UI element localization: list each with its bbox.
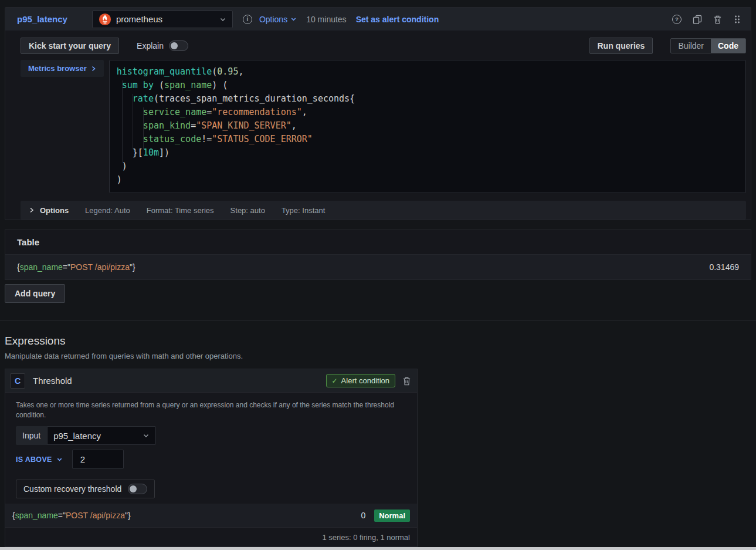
query-options-label: Options: [259, 15, 287, 24]
mode-builder-option[interactable]: Builder: [671, 39, 711, 53]
alert-condition-label: Alert condition: [341, 376, 389, 385]
chevron-down-icon: [56, 456, 63, 463]
chevron-down-icon: [290, 16, 297, 22]
datasource-name: prometheus: [116, 14, 162, 24]
datasource-picker[interactable]: prometheus: [92, 11, 233, 28]
metrics-browser-button[interactable]: Metrics browser: [21, 60, 104, 77]
alert-condition-badge[interactable]: ✓ Alert condition: [326, 374, 395, 387]
query-options-dropdown[interactable]: Options: [259, 15, 297, 24]
threshold-header: C Threshold ✓ Alert condition: [5, 369, 417, 393]
series-label: {span_name="POST /api/pizza"}: [12, 511, 131, 520]
set-alert-condition-link[interactable]: Set as alert condition: [356, 15, 439, 24]
next-section-edge: [0, 547, 756, 550]
editor-mode-switch: Builder Code: [670, 38, 746, 53]
input-label: Input: [16, 426, 47, 445]
threshold-description: Takes one or more time series returned f…: [16, 400, 403, 420]
prometheus-logo-icon: [99, 13, 111, 26]
chevron-right-icon: [91, 66, 96, 72]
copy-icon[interactable]: [693, 15, 702, 24]
series-label: {span_name="POST /api/pizza"}: [17, 262, 135, 272]
chevron-down-icon: [143, 432, 150, 439]
condition-label: IS ABOVE: [16, 455, 52, 464]
section-divider: [0, 320, 756, 320]
query-toolbar: Kick start your query Explain Run querie…: [21, 37, 746, 55]
explain-toggle[interactable]: [169, 41, 188, 51]
series-value: 0.31469: [709, 262, 739, 272]
query-name: p95_latency: [17, 14, 67, 24]
expressions-title: Expressions: [5, 335, 66, 347]
add-query-button[interactable]: Add query: [5, 284, 65, 303]
query-options-expander[interactable]: Options: [29, 206, 69, 215]
check-icon: ✓: [332, 377, 338, 385]
chevron-down-icon: [219, 16, 226, 23]
state-badge: Normal: [374, 509, 410, 522]
ref-id-badge: C: [10, 373, 25, 389]
threshold-result-row: {span_name="POST /api/pizza"} 0 Normal: [5, 504, 417, 527]
threshold-footer: 1 series: 0 firing, 1 normal: [5, 527, 417, 546]
mode-code-option[interactable]: Code: [711, 39, 745, 53]
query-body: Kick start your query Explain Run querie…: [5, 31, 751, 220]
option-legend: Legend: Auto: [85, 206, 130, 215]
options-label: Options: [40, 206, 69, 215]
promql-code-editor[interactable]: histogram_quantile(0.95, sum by (span_na…: [109, 60, 746, 193]
query-options-row: Options Legend: Auto Format: Time series…: [21, 201, 746, 220]
info-icon[interactable]: i: [243, 15, 252, 24]
table-row: {span_name="POST /api/pizza"} 0.31469: [5, 255, 751, 279]
input-query-select[interactable]: p95_latency: [47, 426, 156, 445]
recovery-toggle[interactable]: [128, 484, 147, 494]
chevron-right-icon: [29, 207, 34, 213]
option-step: Step: auto: [230, 206, 265, 215]
help-icon[interactable]: ?: [672, 15, 682, 24]
query-editor-panel: p95_latency prometheus i Options: [5, 7, 751, 220]
indent-guide: [133, 94, 133, 149]
kick-start-query-button[interactable]: Kick start your query: [21, 38, 119, 54]
preview-table-panel: Table {span_name="POST /api/pizza"} 0.31…: [5, 230, 751, 280]
recovery-label: Custom recovery threshold: [23, 484, 121, 494]
option-format: Format: Time series: [147, 206, 214, 215]
indent-guide: [122, 80, 123, 163]
trash-icon[interactable]: [713, 15, 722, 24]
query-header: p95_latency prometheus i Options: [5, 8, 751, 31]
table-title: Table: [5, 230, 751, 255]
option-type: Type: Instant: [282, 206, 325, 215]
trash-icon[interactable]: [402, 376, 411, 386]
threshold-body: Takes one or more time series returned f…: [5, 393, 417, 498]
expressions-subtitle: Manipulate data returned from queries wi…: [5, 352, 243, 360]
threshold-expression-card: C Threshold ✓ Alert condition Takes one …: [5, 369, 418, 547]
custom-recovery-threshold: Custom recovery threshold: [16, 480, 155, 498]
input-query-value: p95_latency: [53, 431, 101, 441]
metrics-browser-label: Metrics browser: [28, 64, 87, 73]
indent-guide: [143, 107, 144, 149]
drag-handle-icon[interactable]: [733, 15, 741, 24]
condition-select[interactable]: IS ABOVE: [16, 455, 63, 464]
run-queries-button[interactable]: Run queries: [589, 38, 653, 54]
threshold-value-input[interactable]: [72, 450, 124, 469]
time-range-summary: 10 minutes: [306, 15, 346, 24]
explain-label: Explain: [137, 41, 164, 50]
result-value: 0: [361, 511, 365, 520]
threshold-title: Threshold: [33, 376, 72, 386]
